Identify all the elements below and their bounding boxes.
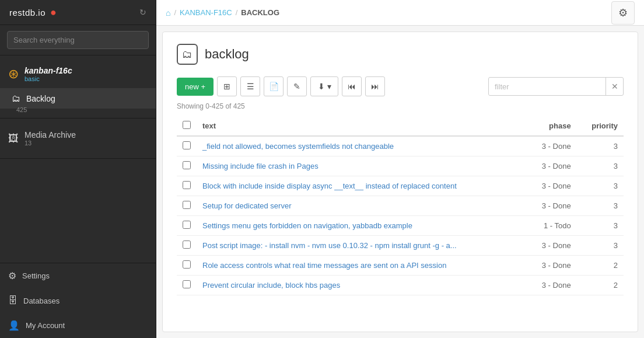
- row-phase: 3 - Done: [526, 256, 577, 276]
- breadcrumb-current: BACKLOG: [241, 8, 279, 17]
- topbar-settings-button[interactable]: ⚙: [611, 1, 635, 25]
- row-checkbox-cell: [177, 196, 197, 216]
- row-checkbox[interactable]: [183, 221, 191, 229]
- row-checkbox-cell: [177, 216, 197, 236]
- row-phase: 3 - Done: [526, 276, 577, 295]
- db-stack-icon: ⊛: [8, 67, 19, 82]
- download-chevron: ▾: [327, 82, 331, 91]
- databases-label: Databases: [23, 297, 60, 305]
- settings-icon: ⚙: [8, 270, 16, 281]
- sidebar-item-settings[interactable]: ⚙ Settings: [0, 263, 156, 288]
- row-checkbox[interactable]: [183, 201, 191, 209]
- row-checkbox[interactable]: [183, 161, 191, 169]
- filter-input-wrap: ✕: [488, 77, 624, 96]
- backlog-label: Backlog: [26, 94, 55, 103]
- row-text[interactable]: _field not allowed, becomes systemfields…: [197, 136, 526, 156]
- table-row: Post script image: - install nvm - nvm u…: [177, 236, 624, 256]
- sidebar-bottom: ⚙ Settings 🗄 Databases 👤 My Account: [0, 263, 156, 338]
- first-icon: ⏮: [348, 82, 356, 91]
- data-table: text phase priority _field not allowed, …: [177, 116, 624, 295]
- filter-input[interactable]: [489, 79, 606, 95]
- sidebar-logo: restdb.io ●: [9, 7, 57, 18]
- download-button[interactable]: ⬇ ▾: [310, 76, 338, 96]
- db-info: kanban-f16c basic: [24, 66, 72, 82]
- sidebar-header: restdb.io ● ↻: [0, 0, 156, 25]
- account-label: My Account: [26, 321, 65, 330]
- row-checkbox[interactable]: [183, 141, 191, 149]
- settings-label: Settings: [22, 271, 50, 280]
- table-row: Missing include file crash in Pages 3 - …: [177, 156, 624, 176]
- row-checkbox[interactable]: [183, 241, 191, 249]
- media-archive-count: 13: [24, 140, 76, 147]
- logo-dot: ●: [50, 7, 57, 18]
- last-icon: ⏭: [371, 82, 379, 91]
- breadcrumb-sep-1: /: [174, 8, 176, 17]
- row-priority: 2: [577, 276, 624, 295]
- home-icon[interactable]: ⌂: [166, 8, 170, 18]
- showing-count: Showing 0-425 of 425: [177, 102, 624, 110]
- row-phase: 3 - Done: [526, 236, 577, 256]
- db-name: kanban-f16c: [24, 66, 72, 75]
- page-content: 🗂 backlog new + ⊞ ☰ 📄 ✎ ⬇ ▾ ⏮: [162, 32, 638, 332]
- table-row: Prevent circular include, block hbs page…: [177, 276, 624, 295]
- row-priority: 3: [577, 216, 624, 236]
- row-checkbox[interactable]: [183, 260, 191, 269]
- row-text[interactable]: Prevent circular include, block hbs page…: [197, 276, 526, 295]
- media-archive-label: Media Archive: [24, 130, 76, 140]
- row-text[interactable]: Setup for dedicated server: [197, 196, 526, 216]
- edit-icon: ✎: [293, 82, 300, 91]
- row-priority: 3: [577, 156, 624, 176]
- row-phase: 3 - Done: [526, 156, 577, 176]
- page-icon: 🗂: [177, 44, 198, 65]
- grid-view-button[interactable]: ⊞: [217, 76, 237, 96]
- first-page-button[interactable]: ⏮: [342, 76, 362, 96]
- refresh-icon[interactable]: ↻: [139, 8, 146, 17]
- row-text[interactable]: Role access controls what real time mess…: [197, 256, 526, 276]
- search-input[interactable]: [7, 31, 149, 49]
- row-priority: 3: [577, 196, 624, 216]
- col-header-phase: phase: [526, 116, 577, 136]
- col-header-priority: priority: [577, 116, 624, 136]
- sidebar-item-media-archive[interactable]: 🖼 Media Archive 13: [0, 126, 156, 151]
- select-all-header: [177, 116, 197, 136]
- page-header: 🗂 backlog: [177, 44, 624, 65]
- row-priority: 3: [577, 176, 624, 196]
- table-row: Block with include inside display async …: [177, 176, 624, 196]
- sidebar-item-my-account[interactable]: 👤 My Account: [0, 313, 156, 338]
- select-all-checkbox[interactable]: [183, 121, 191, 129]
- row-text[interactable]: Settings menu gets forbidden on navigati…: [197, 216, 526, 236]
- list-icon: ☰: [247, 82, 254, 91]
- row-checkbox-cell: [177, 156, 197, 176]
- table-header-row: text phase priority: [177, 116, 624, 136]
- databases-icon: 🗄: [8, 295, 18, 306]
- topbar: ⌂ / KANBAN-F16C / BACKLOG ⚙: [156, 0, 644, 26]
- sidebar-item-databases[interactable]: 🗄 Databases: [0, 288, 156, 313]
- sidebar-item-backlog[interactable]: 🗂 Backlog: [0, 88, 156, 109]
- row-checkbox[interactable]: [183, 181, 191, 189]
- topbar-settings-icon: ⚙: [618, 6, 628, 19]
- backlog-count: 425: [1, 106, 156, 113]
- new-button[interactable]: new +: [177, 78, 214, 96]
- row-text[interactable]: Block with include inside display async …: [197, 176, 526, 196]
- backlog-page-icon: 🗂: [182, 48, 192, 61]
- document-view-button[interactable]: 📄: [264, 76, 284, 96]
- row-checkbox-cell: [177, 276, 197, 295]
- table-row: Settings menu gets forbidden on navigati…: [177, 216, 624, 236]
- sidebar-db-item[interactable]: ⊛ kanban-f16c basic: [0, 60, 156, 88]
- document-icon: 📄: [269, 82, 279, 91]
- breadcrumb-sep-2: /: [236, 8, 238, 17]
- db-badge: basic: [24, 75, 72, 82]
- edit-view-button[interactable]: ✎: [287, 76, 307, 96]
- last-page-button[interactable]: ⏭: [365, 76, 385, 96]
- row-priority: 2: [577, 256, 624, 276]
- row-text[interactable]: Post script image: - install nvm - nvm u…: [197, 236, 526, 256]
- row-phase: 3 - Done: [526, 196, 577, 216]
- filter-clear-button[interactable]: ✕: [606, 78, 623, 95]
- row-priority: 3: [577, 136, 624, 156]
- breadcrumb-db-link[interactable]: KANBAN-F16C: [180, 8, 232, 17]
- row-text[interactable]: Missing include file crash in Pages: [197, 156, 526, 176]
- row-checkbox[interactable]: [183, 280, 191, 288]
- backlog-icon: 🗂: [12, 93, 20, 103]
- list-view-button[interactable]: ☰: [240, 76, 260, 96]
- grid-icon: ⊞: [223, 82, 230, 91]
